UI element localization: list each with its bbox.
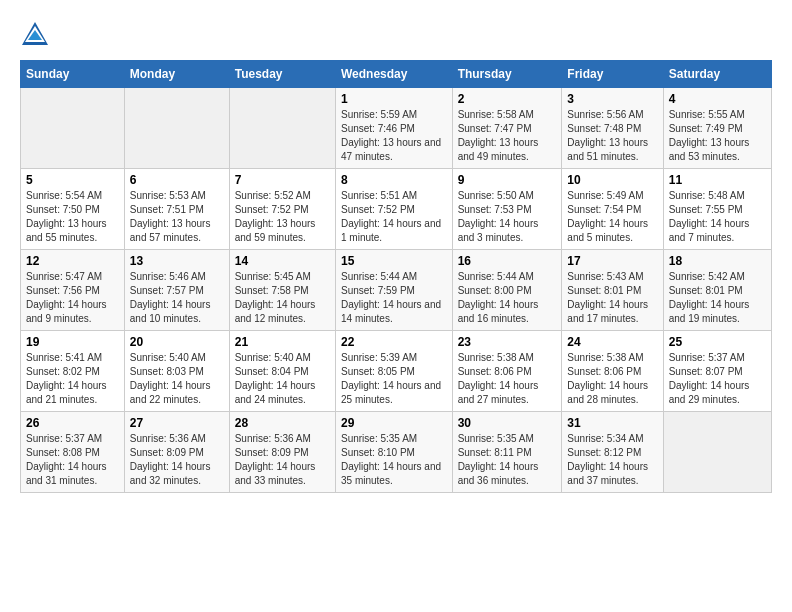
calendar-cell: 19Sunrise: 5:41 AMSunset: 8:02 PMDayligh… bbox=[21, 331, 125, 412]
day-number: 2 bbox=[458, 92, 557, 106]
calendar-week-3: 12Sunrise: 5:47 AMSunset: 7:56 PMDayligh… bbox=[21, 250, 772, 331]
day-number: 21 bbox=[235, 335, 330, 349]
day-header-wednesday: Wednesday bbox=[335, 61, 452, 88]
calendar-cell: 25Sunrise: 5:37 AMSunset: 8:07 PMDayligh… bbox=[663, 331, 771, 412]
calendar-cell: 11Sunrise: 5:48 AMSunset: 7:55 PMDayligh… bbox=[663, 169, 771, 250]
day-number: 19 bbox=[26, 335, 119, 349]
day-info: Sunrise: 5:43 AMSunset: 8:01 PMDaylight:… bbox=[567, 271, 648, 324]
day-header-saturday: Saturday bbox=[663, 61, 771, 88]
day-number: 25 bbox=[669, 335, 766, 349]
day-number: 6 bbox=[130, 173, 224, 187]
day-header-thursday: Thursday bbox=[452, 61, 562, 88]
calendar-cell: 7Sunrise: 5:52 AMSunset: 7:52 PMDaylight… bbox=[229, 169, 335, 250]
day-header-friday: Friday bbox=[562, 61, 663, 88]
calendar-cell: 23Sunrise: 5:38 AMSunset: 8:06 PMDayligh… bbox=[452, 331, 562, 412]
logo-icon bbox=[20, 20, 50, 50]
calendar-cell: 10Sunrise: 5:49 AMSunset: 7:54 PMDayligh… bbox=[562, 169, 663, 250]
calendar-cell: 21Sunrise: 5:40 AMSunset: 8:04 PMDayligh… bbox=[229, 331, 335, 412]
calendar-cell: 29Sunrise: 5:35 AMSunset: 8:10 PMDayligh… bbox=[335, 412, 452, 493]
calendar-cell: 12Sunrise: 5:47 AMSunset: 7:56 PMDayligh… bbox=[21, 250, 125, 331]
day-number: 3 bbox=[567, 92, 657, 106]
day-info: Sunrise: 5:38 AMSunset: 8:06 PMDaylight:… bbox=[458, 352, 539, 405]
day-number: 8 bbox=[341, 173, 447, 187]
calendar-cell: 1Sunrise: 5:59 AMSunset: 7:46 PMDaylight… bbox=[335, 88, 452, 169]
day-info: Sunrise: 5:40 AMSunset: 8:04 PMDaylight:… bbox=[235, 352, 316, 405]
day-info: Sunrise: 5:40 AMSunset: 8:03 PMDaylight:… bbox=[130, 352, 211, 405]
day-info: Sunrise: 5:58 AMSunset: 7:47 PMDaylight:… bbox=[458, 109, 539, 162]
day-number: 14 bbox=[235, 254, 330, 268]
day-info: Sunrise: 5:56 AMSunset: 7:48 PMDaylight:… bbox=[567, 109, 648, 162]
day-info: Sunrise: 5:55 AMSunset: 7:49 PMDaylight:… bbox=[669, 109, 750, 162]
calendar-cell: 28Sunrise: 5:36 AMSunset: 8:09 PMDayligh… bbox=[229, 412, 335, 493]
day-number: 31 bbox=[567, 416, 657, 430]
day-info: Sunrise: 5:35 AMSunset: 8:11 PMDaylight:… bbox=[458, 433, 539, 486]
day-info: Sunrise: 5:54 AMSunset: 7:50 PMDaylight:… bbox=[26, 190, 107, 243]
day-info: Sunrise: 5:53 AMSunset: 7:51 PMDaylight:… bbox=[130, 190, 211, 243]
day-number: 5 bbox=[26, 173, 119, 187]
day-info: Sunrise: 5:51 AMSunset: 7:52 PMDaylight:… bbox=[341, 190, 441, 243]
day-number: 9 bbox=[458, 173, 557, 187]
day-info: Sunrise: 5:38 AMSunset: 8:06 PMDaylight:… bbox=[567, 352, 648, 405]
day-number: 4 bbox=[669, 92, 766, 106]
day-number: 16 bbox=[458, 254, 557, 268]
day-number: 11 bbox=[669, 173, 766, 187]
calendar-cell: 14Sunrise: 5:45 AMSunset: 7:58 PMDayligh… bbox=[229, 250, 335, 331]
day-number: 7 bbox=[235, 173, 330, 187]
day-number: 20 bbox=[130, 335, 224, 349]
day-number: 26 bbox=[26, 416, 119, 430]
calendar-cell bbox=[663, 412, 771, 493]
calendar-cell: 9Sunrise: 5:50 AMSunset: 7:53 PMDaylight… bbox=[452, 169, 562, 250]
calendar-cell: 13Sunrise: 5:46 AMSunset: 7:57 PMDayligh… bbox=[124, 250, 229, 331]
day-info: Sunrise: 5:52 AMSunset: 7:52 PMDaylight:… bbox=[235, 190, 316, 243]
day-number: 17 bbox=[567, 254, 657, 268]
calendar-week-4: 19Sunrise: 5:41 AMSunset: 8:02 PMDayligh… bbox=[21, 331, 772, 412]
calendar-cell bbox=[124, 88, 229, 169]
calendar-week-5: 26Sunrise: 5:37 AMSunset: 8:08 PMDayligh… bbox=[21, 412, 772, 493]
calendar-cell: 26Sunrise: 5:37 AMSunset: 8:08 PMDayligh… bbox=[21, 412, 125, 493]
calendar-cell: 4Sunrise: 5:55 AMSunset: 7:49 PMDaylight… bbox=[663, 88, 771, 169]
day-header-monday: Monday bbox=[124, 61, 229, 88]
day-info: Sunrise: 5:59 AMSunset: 7:46 PMDaylight:… bbox=[341, 109, 441, 162]
calendar-cell: 18Sunrise: 5:42 AMSunset: 8:01 PMDayligh… bbox=[663, 250, 771, 331]
day-info: Sunrise: 5:36 AMSunset: 8:09 PMDaylight:… bbox=[130, 433, 211, 486]
day-info: Sunrise: 5:37 AMSunset: 8:07 PMDaylight:… bbox=[669, 352, 750, 405]
day-info: Sunrise: 5:34 AMSunset: 8:12 PMDaylight:… bbox=[567, 433, 648, 486]
day-info: Sunrise: 5:45 AMSunset: 7:58 PMDaylight:… bbox=[235, 271, 316, 324]
calendar-cell: 6Sunrise: 5:53 AMSunset: 7:51 PMDaylight… bbox=[124, 169, 229, 250]
calendar-week-2: 5Sunrise: 5:54 AMSunset: 7:50 PMDaylight… bbox=[21, 169, 772, 250]
day-header-tuesday: Tuesday bbox=[229, 61, 335, 88]
day-number: 29 bbox=[341, 416, 447, 430]
day-number: 27 bbox=[130, 416, 224, 430]
day-info: Sunrise: 5:42 AMSunset: 8:01 PMDaylight:… bbox=[669, 271, 750, 324]
day-info: Sunrise: 5:50 AMSunset: 7:53 PMDaylight:… bbox=[458, 190, 539, 243]
calendar-cell: 16Sunrise: 5:44 AMSunset: 8:00 PMDayligh… bbox=[452, 250, 562, 331]
calendar-cell: 27Sunrise: 5:36 AMSunset: 8:09 PMDayligh… bbox=[124, 412, 229, 493]
calendar-cell bbox=[21, 88, 125, 169]
day-number: 30 bbox=[458, 416, 557, 430]
calendar-cell bbox=[229, 88, 335, 169]
day-number: 15 bbox=[341, 254, 447, 268]
day-number: 22 bbox=[341, 335, 447, 349]
day-info: Sunrise: 5:37 AMSunset: 8:08 PMDaylight:… bbox=[26, 433, 107, 486]
calendar-cell: 15Sunrise: 5:44 AMSunset: 7:59 PMDayligh… bbox=[335, 250, 452, 331]
calendar-cell: 17Sunrise: 5:43 AMSunset: 8:01 PMDayligh… bbox=[562, 250, 663, 331]
day-info: Sunrise: 5:46 AMSunset: 7:57 PMDaylight:… bbox=[130, 271, 211, 324]
day-number: 1 bbox=[341, 92, 447, 106]
day-number: 24 bbox=[567, 335, 657, 349]
page-header bbox=[20, 20, 772, 50]
day-info: Sunrise: 5:35 AMSunset: 8:10 PMDaylight:… bbox=[341, 433, 441, 486]
day-number: 10 bbox=[567, 173, 657, 187]
calendar-cell: 24Sunrise: 5:38 AMSunset: 8:06 PMDayligh… bbox=[562, 331, 663, 412]
days-header-row: SundayMondayTuesdayWednesdayThursdayFrid… bbox=[21, 61, 772, 88]
day-info: Sunrise: 5:49 AMSunset: 7:54 PMDaylight:… bbox=[567, 190, 648, 243]
day-info: Sunrise: 5:44 AMSunset: 7:59 PMDaylight:… bbox=[341, 271, 441, 324]
day-number: 18 bbox=[669, 254, 766, 268]
day-number: 13 bbox=[130, 254, 224, 268]
day-header-sunday: Sunday bbox=[21, 61, 125, 88]
calendar-cell: 8Sunrise: 5:51 AMSunset: 7:52 PMDaylight… bbox=[335, 169, 452, 250]
calendar-table: SundayMondayTuesdayWednesdayThursdayFrid… bbox=[20, 60, 772, 493]
logo bbox=[20, 20, 54, 50]
calendar-cell: 2Sunrise: 5:58 AMSunset: 7:47 PMDaylight… bbox=[452, 88, 562, 169]
day-info: Sunrise: 5:47 AMSunset: 7:56 PMDaylight:… bbox=[26, 271, 107, 324]
calendar-cell: 22Sunrise: 5:39 AMSunset: 8:05 PMDayligh… bbox=[335, 331, 452, 412]
